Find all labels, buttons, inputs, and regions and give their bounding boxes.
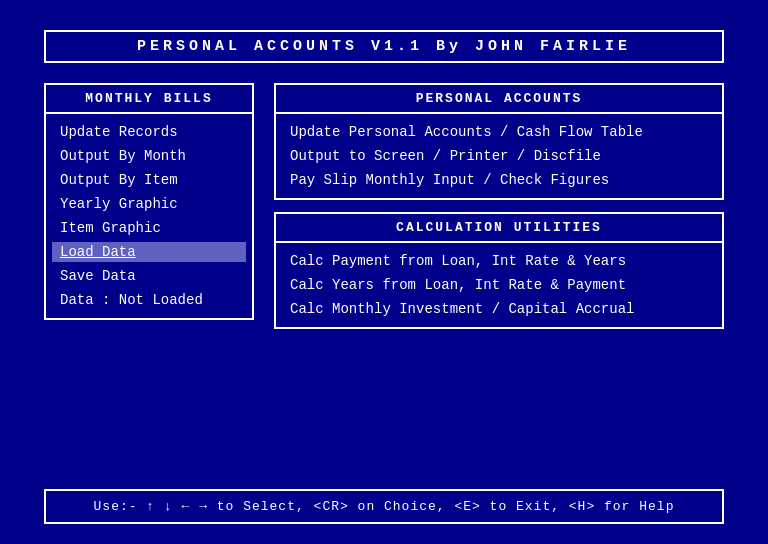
calculation-utilities-items: Calc Payment from Loan, Int Rate & Years… xyxy=(276,243,722,327)
personal-accounts-header: PERSONAL ACCOUNTS xyxy=(276,85,722,114)
app-title: PERSONAL ACCOUNTS V1.1 By JOHN FAIRLIE xyxy=(137,38,631,55)
menu-item-output-by-item[interactable]: Output By Item xyxy=(52,170,246,190)
menu-item-calc-years[interactable]: Calc Years from Loan, Int Rate & Payment xyxy=(282,275,716,295)
menu-item-save-data[interactable]: Save Data xyxy=(52,266,246,286)
menu-item-pay-slip[interactable]: Pay Slip Monthly Input / Check Figures xyxy=(282,170,716,190)
menu-item-output-screen[interactable]: Output to Screen / Printer / Discfile xyxy=(282,146,716,166)
menu-item-output-by-month[interactable]: Output By Month xyxy=(52,146,246,166)
data-status: Data : Not Loaded xyxy=(52,290,246,310)
bottom-bar: Use:- ↑ ↓ ← → to Select, <CR> on Choice,… xyxy=(44,489,724,524)
calculation-utilities-header: CALCULATION UTILITIES xyxy=(276,214,722,243)
calculation-utilities-box: CALCULATION UTILITIES Calc Payment from … xyxy=(274,212,724,329)
menu-item-load-data[interactable]: Load Data xyxy=(52,242,246,262)
personal-accounts-box: PERSONAL ACCOUNTS Update Personal Accoun… xyxy=(274,83,724,200)
monthly-bills-header: MONTHLY BILLS xyxy=(46,85,252,114)
load-data-text: Load Data xyxy=(60,244,136,260)
menu-item-item-graphic[interactable]: Item Graphic xyxy=(52,218,246,238)
menu-item-update-personal[interactable]: Update Personal Accounts / Cash Flow Tab… xyxy=(282,122,716,142)
monthly-bills-panel: MONTHLY BILLS Update Records Output By M… xyxy=(44,83,254,329)
main-content: MONTHLY BILLS Update Records Output By M… xyxy=(44,83,724,329)
menu-item-yearly-graphic[interactable]: Yearly Graphic xyxy=(52,194,246,214)
personal-accounts-items: Update Personal Accounts / Cash Flow Tab… xyxy=(276,114,722,198)
bottom-bar-text: Use:- ↑ ↓ ← → to Select, <CR> on Choice,… xyxy=(94,499,675,514)
title-bar: PERSONAL ACCOUNTS V1.1 By JOHN FAIRLIE xyxy=(44,30,724,63)
menu-item-update-records[interactable]: Update Records xyxy=(52,122,246,142)
menu-item-calc-investment[interactable]: Calc Monthly Investment / Capital Accrua… xyxy=(282,299,716,319)
menu-item-calc-payment[interactable]: Calc Payment from Loan, Int Rate & Years xyxy=(282,251,716,271)
monthly-bills-items: Update Records Output By Month Output By… xyxy=(46,114,252,318)
monthly-bills-box: MONTHLY BILLS Update Records Output By M… xyxy=(44,83,254,320)
right-panel: PERSONAL ACCOUNTS Update Personal Accoun… xyxy=(274,83,724,329)
